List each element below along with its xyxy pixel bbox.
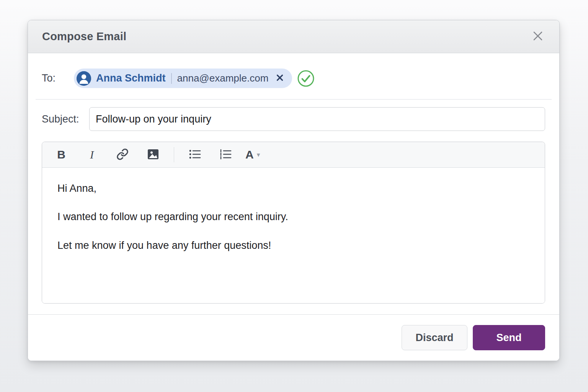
- recipient-chip[interactable]: Anna Schmidt anna@example.com: [74, 69, 292, 88]
- chip-divider: [171, 73, 172, 84]
- modal-header: Compose Email: [28, 20, 559, 53]
- subject-input[interactable]: [89, 107, 545, 131]
- remove-icon: [276, 74, 284, 83]
- image-icon: [147, 148, 160, 162]
- numbered-list-icon: [219, 148, 232, 162]
- body-paragraph: Hi Anna,: [57, 182, 529, 194]
- close-button[interactable]: [529, 28, 546, 45]
- remove-recipient-button[interactable]: [276, 74, 284, 83]
- compose-email-modal: Compose Email To: Anna Schmidt an: [28, 20, 560, 361]
- avatar-icon: [77, 71, 91, 86]
- subject-row: Subject:: [28, 100, 559, 131]
- italic-button[interactable]: I: [81, 145, 103, 164]
- body-paragraph: Let me know if you have any further ques…: [57, 239, 529, 252]
- discard-button[interactable]: Discard: [402, 325, 467, 350]
- send-button[interactable]: Send: [473, 325, 545, 350]
- insert-image-button[interactable]: [142, 145, 164, 164]
- link-button[interactable]: [112, 145, 133, 164]
- editor: B I: [42, 142, 545, 304]
- editor-toolbar: B I: [42, 142, 545, 168]
- close-icon: [532, 30, 544, 43]
- recipient-email: anna@example.com: [177, 72, 269, 84]
- text-color-button[interactable]: A ▾: [245, 145, 260, 164]
- chevron-down-icon: ▾: [257, 151, 260, 159]
- bullet-list-icon: [188, 148, 201, 162]
- valid-check-icon: [297, 70, 315, 87]
- recipient-name: Anna Schmidt: [96, 72, 166, 84]
- modal-title: Compose Email: [42, 30, 126, 43]
- toolbar-divider: [174, 147, 174, 162]
- text-color-icon: A: [245, 148, 254, 161]
- link-icon: [116, 148, 129, 162]
- modal-footer: Discard Send: [28, 314, 559, 361]
- body-paragraph: I wanted to follow up regarding your rec…: [57, 211, 529, 223]
- bullet-list-button[interactable]: [184, 145, 206, 164]
- email-body-editor[interactable]: Hi Anna, I wanted to follow up regarding…: [42, 168, 545, 303]
- recipient-row: To: Anna Schmidt anna@example.com: [28, 53, 559, 99]
- numbered-list-button[interactable]: [215, 145, 236, 164]
- to-label: To:: [42, 72, 74, 84]
- bold-button[interactable]: B: [51, 145, 72, 164]
- subject-label: Subject:: [42, 113, 89, 125]
